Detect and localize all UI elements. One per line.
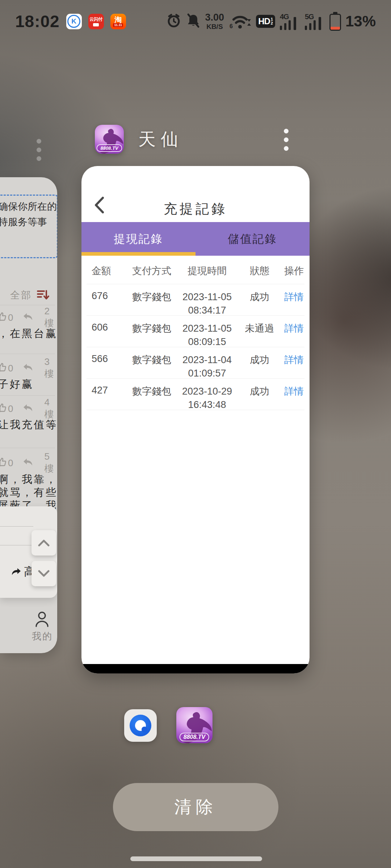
app-icon-8808tv[interactable]: 8808.TV xyxy=(95,125,124,154)
keep-notification-icon: K xyxy=(66,14,82,29)
table-row: 427 數字錢包 2023-10-2916:43:48 成功 詳情 xyxy=(81,379,310,410)
battery-icon xyxy=(330,12,341,31)
volte-hd-icon: HD 12 xyxy=(256,15,275,28)
comments-filter-row: 全部 xyxy=(0,286,57,305)
comment-text: ，在黑台赢 xyxy=(0,327,57,341)
nav-label-mine[interactable]: 我的 xyxy=(32,630,53,643)
page-titlebar: 充提記錄 xyxy=(81,166,310,222)
tab-deposit-records[interactable]: 儲值記錄 xyxy=(196,222,310,256)
table-header: 金額 支付方式 提現時間 狀態 操作 xyxy=(81,256,310,284)
floor-label: 5樓 xyxy=(44,451,57,475)
task-switcher-screen: 18:02 K 云闪付 淘11.11 3.00 KB/S 6 xyxy=(0,0,391,868)
floor-label: 2樓 xyxy=(44,306,57,329)
signal-5g-icon: 5G xyxy=(305,13,325,30)
app-title: 天仙 xyxy=(138,128,183,151)
taobao-notification-icon: 淘11.11 xyxy=(110,14,126,29)
page-title: 充提記錄 xyxy=(81,200,310,218)
comment-meta: 0 5樓 xyxy=(0,457,57,469)
comment-text: 让我充值等 xyxy=(0,418,57,432)
reply-icon[interactable] xyxy=(22,403,33,414)
table-row: 676 數字錢包 2023-11-0508:34:17 成功 詳情 xyxy=(81,284,310,315)
person-icon[interactable] xyxy=(35,611,49,629)
status-text: 成功 xyxy=(238,347,281,366)
status-bar: 18:02 K 云闪付 淘11.11 3.00 KB/S 6 xyxy=(0,7,391,35)
detail-link[interactable]: 詳情 xyxy=(281,316,307,335)
alarm-icon xyxy=(166,13,181,30)
comment-meta: 0 4樓 xyxy=(0,403,57,415)
quark-logo-icon xyxy=(130,715,151,736)
battery-percent: 13% xyxy=(345,13,376,30)
app-task-card[interactable]: 充提記錄 提現記錄 儲值記錄 金額 支付方式 提現時間 狀態 操作 676 數字… xyxy=(81,166,310,673)
left-task-card[interactable]: 确保你所在的 持服务等事 全部 0 2樓 ，在黑台赢 0 3樓 子好赢 xyxy=(0,177,57,653)
dock-icon-quark[interactable] xyxy=(124,709,157,742)
detail-link[interactable]: 詳情 xyxy=(281,284,307,303)
dock-icon-8808tv[interactable]: 8808.TV xyxy=(176,707,213,743)
detail-link[interactable]: 詳情 xyxy=(281,347,307,366)
share-arrow-icon xyxy=(11,567,22,576)
left-card-menu-dots[interactable] xyxy=(37,139,41,161)
table-row: 566 數字錢包 2023-11-0401:09:57 成功 詳情 xyxy=(81,347,310,378)
like-icon[interactable] xyxy=(0,362,7,374)
table-row: 606 數字錢包 2023-11-0508:09:15 未通過 詳情 xyxy=(81,316,310,347)
like-icon[interactable] xyxy=(0,312,7,324)
signal-4g-icon: 4G xyxy=(280,13,300,30)
floor-label: 3樓 xyxy=(44,356,57,380)
home-indicator[interactable] xyxy=(130,856,262,861)
clock: 18:02 xyxy=(15,12,60,31)
comment-meta: 0 3樓 xyxy=(0,362,57,374)
like-icon[interactable] xyxy=(0,403,7,415)
app-header: 8808.TV 天仙 xyxy=(95,125,183,154)
clear-all-button[interactable]: 清除 xyxy=(113,783,278,831)
reply-icon[interactable] xyxy=(22,458,33,469)
bottom-nav: 我的 xyxy=(0,610,57,650)
sort-icon[interactable] xyxy=(37,289,49,302)
filter-all[interactable]: 全部 xyxy=(10,289,32,302)
detail-link[interactable]: 詳情 xyxy=(281,379,307,398)
scroll-up-button[interactable] xyxy=(31,530,56,556)
tab-withdraw-records[interactable]: 提現記錄 xyxy=(81,222,196,256)
status-text: 成功 xyxy=(238,284,281,303)
app-nav-black-strip xyxy=(81,664,310,673)
tab-bar: 提現記錄 儲值記錄 xyxy=(81,222,310,256)
active-tab-underline xyxy=(81,252,196,256)
comment-meta: 0 2樓 xyxy=(0,311,57,324)
unionpay-notification-icon: 云闪付 xyxy=(88,14,104,29)
wifi-icon: 6 xyxy=(229,12,251,30)
status-text: 未通過 xyxy=(238,316,281,335)
reply-icon[interactable] xyxy=(22,312,33,323)
status-text: 成功 xyxy=(238,379,281,398)
reply-icon[interactable] xyxy=(22,363,33,374)
comment-text: 就骂，有些t xyxy=(0,485,57,500)
mute-bell-icon xyxy=(186,13,201,30)
notice-dashed-box: 确保你所在的 持服务等事 xyxy=(0,195,57,258)
comment-text: 啊，我靠， xyxy=(0,472,57,487)
comment-text: 子好赢 xyxy=(0,377,34,392)
scroll-down-button[interactable] xyxy=(31,561,56,586)
svg-text:6: 6 xyxy=(230,23,233,29)
records-table: 金額 支付方式 提現時間 狀態 操作 676 數字錢包 2023-11-0508… xyxy=(81,256,310,410)
app-card-menu-dots[interactable] xyxy=(284,129,289,151)
network-speed: 3.00 KB/S xyxy=(205,13,224,30)
like-icon[interactable] xyxy=(0,457,7,469)
floor-label: 4樓 xyxy=(44,397,57,421)
